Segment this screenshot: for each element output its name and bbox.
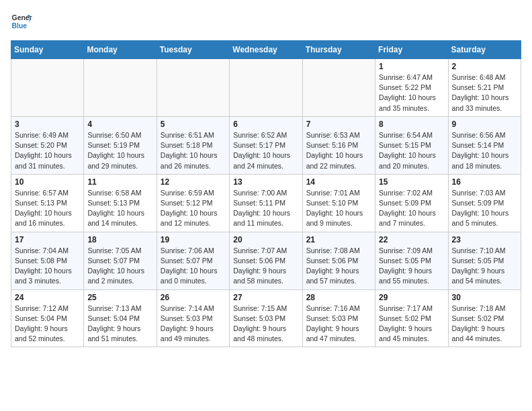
- logo-icon: General Blue: [11, 11, 32, 32]
- day-info: Sunrise: 7:04 AMSunset: 5:08 PMDaylight:…: [15, 246, 80, 287]
- calendar-cell: 1Sunrise: 6:47 AMSunset: 5:22 PMDaylight…: [375, 59, 448, 117]
- day-number: 21: [306, 235, 371, 244]
- day-info: Sunrise: 7:17 AMSunset: 5:02 PMDaylight:…: [379, 304, 444, 345]
- day-number: 11: [87, 177, 152, 187]
- calendar-cell: 11Sunrise: 6:58 AMSunset: 5:13 PMDayligh…: [84, 174, 157, 232]
- weekday-header: Sunday: [11, 41, 84, 59]
- day-number: 29: [379, 293, 444, 302]
- day-info: Sunrise: 7:02 AMSunset: 5:09 PMDaylight:…: [379, 188, 444, 229]
- calendar-cell: [302, 59, 375, 117]
- calendar-cell: 22Sunrise: 7:09 AMSunset: 5:05 PMDayligh…: [375, 232, 448, 289]
- logo: General Blue: [11, 11, 32, 32]
- day-info: Sunrise: 6:54 AMSunset: 5:15 PMDaylight:…: [379, 130, 444, 171]
- day-info: Sunrise: 7:09 AMSunset: 5:05 PMDaylight:…: [379, 246, 444, 287]
- day-number: 6: [233, 120, 298, 129]
- day-info: Sunrise: 7:13 AMSunset: 5:04 PMDaylight:…: [87, 304, 152, 345]
- day-number: 10: [15, 177, 80, 187]
- calendar-cell: 19Sunrise: 7:06 AMSunset: 5:07 PMDayligh…: [157, 232, 229, 289]
- weekday-header: Tuesday: [157, 41, 229, 59]
- calendar-cell: 7Sunrise: 6:53 AMSunset: 5:16 PMDaylight…: [302, 116, 375, 174]
- calendar-cell: 3Sunrise: 6:49 AMSunset: 5:20 PMDaylight…: [11, 116, 84, 174]
- calendar-cell: 30Sunrise: 7:18 AMSunset: 5:02 PMDayligh…: [448, 289, 521, 347]
- calendar-cell: 18Sunrise: 7:05 AMSunset: 5:07 PMDayligh…: [84, 232, 157, 289]
- day-number: 5: [161, 120, 226, 129]
- day-number: 18: [87, 235, 152, 244]
- day-number: 8: [379, 120, 444, 129]
- calendar-cell: 28Sunrise: 7:16 AMSunset: 5:03 PMDayligh…: [302, 289, 375, 347]
- calendar-week-row: 3Sunrise: 6:49 AMSunset: 5:20 PMDaylight…: [11, 116, 521, 174]
- calendar-cell: 6Sunrise: 6:52 AMSunset: 5:17 PMDaylight…: [230, 116, 302, 174]
- calendar-week-row: 17Sunrise: 7:04 AMSunset: 5:08 PMDayligh…: [11, 232, 521, 289]
- day-number: 23: [452, 235, 517, 244]
- day-info: Sunrise: 6:53 AMSunset: 5:16 PMDaylight:…: [306, 130, 371, 171]
- weekday-header: Wednesday: [230, 41, 302, 59]
- calendar-cell: 12Sunrise: 6:59 AMSunset: 5:12 PMDayligh…: [157, 174, 229, 232]
- day-number: 1: [379, 62, 444, 71]
- day-info: Sunrise: 7:08 AMSunset: 5:06 PMDaylight:…: [306, 246, 371, 287]
- day-info: Sunrise: 7:01 AMSunset: 5:10 PMDaylight:…: [306, 188, 371, 229]
- svg-text:Blue: Blue: [12, 22, 28, 30]
- calendar-week-row: 24Sunrise: 7:12 AMSunset: 5:04 PMDayligh…: [11, 289, 521, 347]
- day-info: Sunrise: 6:49 AMSunset: 5:20 PMDaylight:…: [15, 130, 80, 171]
- day-info: Sunrise: 7:07 AMSunset: 5:06 PMDaylight:…: [233, 246, 298, 287]
- calendar-cell: 21Sunrise: 7:08 AMSunset: 5:06 PMDayligh…: [302, 232, 375, 289]
- page-header: General Blue: [11, 11, 521, 32]
- calendar-cell: 15Sunrise: 7:02 AMSunset: 5:09 PMDayligh…: [375, 174, 448, 232]
- calendar-cell: [157, 59, 229, 117]
- day-number: 30: [452, 293, 517, 302]
- calendar-cell: [230, 59, 302, 117]
- day-info: Sunrise: 7:14 AMSunset: 5:03 PMDaylight:…: [161, 304, 226, 345]
- day-number: 15: [379, 177, 444, 187]
- weekday-header: Saturday: [448, 41, 521, 59]
- day-number: 9: [452, 120, 517, 129]
- day-info: Sunrise: 6:52 AMSunset: 5:17 PMDaylight:…: [233, 130, 298, 171]
- day-info: Sunrise: 7:16 AMSunset: 5:03 PMDaylight:…: [306, 304, 371, 345]
- calendar-cell: 9Sunrise: 6:56 AMSunset: 5:14 PMDaylight…: [448, 116, 521, 174]
- calendar-week-row: 1Sunrise: 6:47 AMSunset: 5:22 PMDaylight…: [11, 59, 521, 117]
- weekday-header: Friday: [375, 41, 448, 59]
- calendar-cell: 16Sunrise: 7:03 AMSunset: 5:09 PMDayligh…: [448, 174, 521, 232]
- calendar-cell: 25Sunrise: 7:13 AMSunset: 5:04 PMDayligh…: [84, 289, 157, 347]
- day-number: 17: [15, 235, 80, 244]
- day-info: Sunrise: 7:00 AMSunset: 5:11 PMDaylight:…: [233, 188, 298, 229]
- calendar-cell: 24Sunrise: 7:12 AMSunset: 5:04 PMDayligh…: [11, 289, 84, 347]
- calendar-cell: 26Sunrise: 7:14 AMSunset: 5:03 PMDayligh…: [157, 289, 229, 347]
- weekday-header: Monday: [84, 41, 157, 59]
- calendar-header-row: SundayMondayTuesdayWednesdayThursdayFrid…: [11, 41, 521, 59]
- day-info: Sunrise: 7:06 AMSunset: 5:07 PMDaylight:…: [161, 246, 226, 287]
- day-info: Sunrise: 7:05 AMSunset: 5:07 PMDaylight:…: [87, 246, 152, 287]
- day-number: 26: [161, 293, 226, 302]
- weekday-header: Thursday: [302, 41, 375, 59]
- day-info: Sunrise: 7:12 AMSunset: 5:04 PMDaylight:…: [15, 304, 80, 345]
- calendar-cell: [11, 59, 84, 117]
- day-number: 3: [15, 120, 80, 129]
- day-number: 27: [233, 293, 298, 302]
- day-number: 28: [306, 293, 371, 302]
- calendar-cell: 13Sunrise: 7:00 AMSunset: 5:11 PMDayligh…: [230, 174, 302, 232]
- day-number: 12: [161, 177, 226, 187]
- day-info: Sunrise: 7:15 AMSunset: 5:03 PMDaylight:…: [233, 304, 298, 345]
- day-number: 24: [15, 293, 80, 302]
- calendar-week-row: 10Sunrise: 6:57 AMSunset: 5:13 PMDayligh…: [11, 174, 521, 232]
- calendar-cell: 10Sunrise: 6:57 AMSunset: 5:13 PMDayligh…: [11, 174, 84, 232]
- day-number: 22: [379, 235, 444, 244]
- calendar-cell: 27Sunrise: 7:15 AMSunset: 5:03 PMDayligh…: [230, 289, 302, 347]
- day-info: Sunrise: 6:57 AMSunset: 5:13 PMDaylight:…: [15, 188, 80, 229]
- day-number: 13: [233, 177, 298, 187]
- calendar-table: SundayMondayTuesdayWednesdayThursdayFrid…: [11, 40, 521, 347]
- day-number: 4: [87, 120, 152, 129]
- day-info: Sunrise: 6:48 AMSunset: 5:21 PMDaylight:…: [452, 73, 517, 113]
- calendar-cell: 4Sunrise: 6:50 AMSunset: 5:19 PMDaylight…: [84, 116, 157, 174]
- calendar-body: 1Sunrise: 6:47 AMSunset: 5:22 PMDaylight…: [11, 59, 521, 347]
- day-info: Sunrise: 7:18 AMSunset: 5:02 PMDaylight:…: [452, 304, 517, 345]
- day-number: 7: [306, 120, 371, 129]
- day-info: Sunrise: 6:47 AMSunset: 5:22 PMDaylight:…: [379, 73, 444, 113]
- day-info: Sunrise: 7:10 AMSunset: 5:05 PMDaylight:…: [452, 246, 517, 287]
- day-number: 16: [452, 177, 517, 187]
- day-number: 20: [233, 235, 298, 244]
- calendar-cell: 2Sunrise: 6:48 AMSunset: 5:21 PMDaylight…: [448, 59, 521, 117]
- day-info: Sunrise: 6:50 AMSunset: 5:19 PMDaylight:…: [87, 130, 152, 171]
- calendar-cell: 23Sunrise: 7:10 AMSunset: 5:05 PMDayligh…: [448, 232, 521, 289]
- calendar-cell: 20Sunrise: 7:07 AMSunset: 5:06 PMDayligh…: [230, 232, 302, 289]
- day-number: 2: [452, 62, 517, 71]
